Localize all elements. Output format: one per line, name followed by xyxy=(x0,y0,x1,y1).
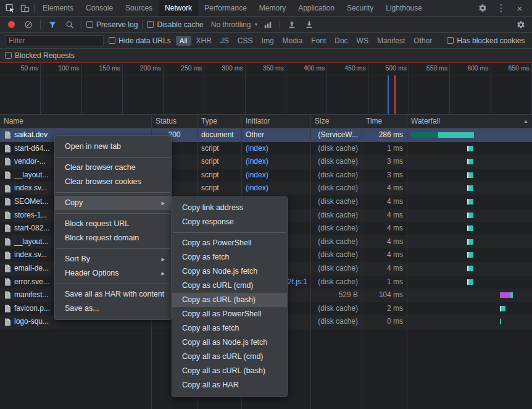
filter-type-ws[interactable]: WS xyxy=(357,36,368,45)
menu-item-label: Copy all as cURL (bash) xyxy=(182,364,265,378)
initiator-link[interactable]: (index) xyxy=(246,144,268,153)
menu-item-label: Copy response xyxy=(182,215,234,229)
inspect-element-icon[interactable] xyxy=(2,1,17,15)
file-icon xyxy=(4,224,11,232)
submenu-item-copy-all-as-node-js-fetch[interactable]: Copy all as Node.js fetch xyxy=(172,335,287,350)
column-header-name[interactable]: Name xyxy=(0,115,152,128)
filter-input[interactable] xyxy=(5,35,104,46)
checkbox-box[interactable] xyxy=(109,37,115,44)
submenu-arrow-icon: ▸ xyxy=(161,252,165,266)
filter-type-media[interactable]: Media xyxy=(283,36,303,45)
menu-item-clear-browser-cookies[interactable]: Clear browser cookies xyxy=(55,175,171,189)
close-devtools-icon[interactable]: × xyxy=(512,1,527,15)
submenu-item-copy-as-fetch[interactable]: Copy as fetch xyxy=(172,250,287,264)
record-network-log-button[interactable] xyxy=(4,17,19,32)
hide-data-urls-checkbox[interactable]: Hide data URLs xyxy=(109,36,171,45)
menu-item-open-in-new-tab[interactable]: Open in new tab xyxy=(55,140,171,154)
menu-item-sort-by[interactable]: Sort By▸ xyxy=(55,252,171,266)
file-icon xyxy=(4,131,11,139)
initiator-link[interactable]: (index) xyxy=(246,157,268,166)
has-blocked-cookies-checkbox[interactable]: Has blocked cookies xyxy=(447,36,525,45)
filter-type-js[interactable]: JS xyxy=(220,36,229,45)
waterfall-bar-segment xyxy=(510,292,513,298)
filter-type-all[interactable]: All xyxy=(176,36,191,46)
divider xyxy=(280,20,280,29)
tab-lighthouse[interactable]: Lighthouse xyxy=(380,0,428,16)
checkbox-box[interactable] xyxy=(147,21,154,28)
network-settings-gear-icon[interactable] xyxy=(513,17,528,32)
filter-type-font[interactable]: Font xyxy=(311,36,326,45)
filter-type-doc[interactable]: Doc xyxy=(335,36,347,45)
filter-toggle-icon[interactable] xyxy=(45,17,60,32)
preserve-log-checkbox[interactable]: Preserve log xyxy=(86,20,138,29)
submenu-arrow-icon: ▸ xyxy=(161,266,165,280)
request-initiator-cell[interactable]: (index) xyxy=(242,142,311,156)
blocked-requests-checkbox[interactable]: Blocked Requests xyxy=(5,51,75,60)
checkbox-box[interactable] xyxy=(5,52,12,59)
initiator-text: Other xyxy=(246,130,264,139)
submenu-item-copy-as-curl-cmd[interactable]: Copy as cURL (cmd) xyxy=(172,279,287,293)
empty-column-cell xyxy=(311,329,362,409)
import-har-icon[interactable] xyxy=(285,17,299,32)
submenu-item-copy-response[interactable]: Copy response xyxy=(172,215,287,229)
tab-security[interactable]: Security xyxy=(341,0,380,16)
network-conditions-icon[interactable] xyxy=(260,17,275,32)
export-har-icon[interactable] xyxy=(302,17,317,32)
submenu-item-copy-all-as-fetch[interactable]: Copy all as fetch xyxy=(172,321,287,335)
waterfall-bar xyxy=(467,146,473,151)
device-toolbar-icon[interactable] xyxy=(17,1,32,15)
more-options-icon[interactable]: ⋮ xyxy=(494,1,509,15)
submenu-item-copy-link-address[interactable]: Copy link address xyxy=(172,201,287,215)
menu-item-save-as[interactable]: Save as... xyxy=(55,301,171,316)
submenu-item-copy-as-powershell[interactable]: Copy as PowerShell xyxy=(172,236,287,250)
request-initiator-cell[interactable]: (index) xyxy=(242,182,311,195)
filter-type-img[interactable]: Img xyxy=(262,36,274,45)
filter-type-other[interactable]: Other xyxy=(414,36,432,45)
menu-item-clear-browser-cache[interactable]: Clear browser cache xyxy=(55,161,171,175)
tab-console[interactable]: Console xyxy=(80,0,119,16)
initiator-link[interactable]: (index) xyxy=(246,171,268,179)
menu-item-save-all-as-har-with-content[interactable]: Save all as HAR with content xyxy=(55,287,171,301)
column-header-status[interactable]: Status xyxy=(152,115,197,128)
filter-type-xhr[interactable]: XHR xyxy=(196,36,212,45)
submenu-item-copy-all-as-powershell[interactable]: Copy all as PowerShell xyxy=(172,307,287,321)
column-header-waterfall[interactable]: Waterfall▲ xyxy=(407,115,532,128)
column-header-time[interactable]: Time xyxy=(362,115,407,128)
column-header-initiator[interactable]: Initiator xyxy=(242,115,311,128)
filter-type-manifest[interactable]: Manifest xyxy=(377,36,405,45)
menu-item-label: Copy xyxy=(65,196,83,210)
tab-network[interactable]: Network xyxy=(159,0,198,16)
submenu-item-copy-all-as-curl-cmd[interactable]: Copy all as cURL (cmd) xyxy=(172,350,287,364)
menu-item-block-request-url[interactable]: Block request URL xyxy=(55,217,171,231)
column-header-type[interactable]: Type xyxy=(197,115,242,128)
throttling-dropdown[interactable]: No throttling ▼ xyxy=(211,20,259,29)
timeline-label: 550 ms xyxy=(426,64,447,72)
request-initiator-cell[interactable]: (index) xyxy=(242,155,311,169)
tab-elements[interactable]: Elements xyxy=(36,0,80,16)
submenu-item-copy-as-node-js-fetch[interactable]: Copy as Node.js fetch xyxy=(172,264,287,279)
checkbox-box[interactable] xyxy=(86,21,93,28)
menu-item-header-options[interactable]: Header Options▸ xyxy=(55,266,171,280)
request-initiator-cell[interactable]: (index) xyxy=(242,169,311,182)
column-header-label: Time xyxy=(366,115,382,128)
tab-application[interactable]: Application xyxy=(292,0,341,16)
tab-memory[interactable]: Memory xyxy=(253,0,292,16)
disable-cache-checkbox[interactable]: Disable cache xyxy=(147,20,203,29)
settings-gear-icon[interactable] xyxy=(475,1,490,15)
clear-network-log-button[interactable] xyxy=(21,17,36,32)
checkbox-box[interactable] xyxy=(447,37,454,44)
column-header-size[interactable]: Size xyxy=(311,115,362,128)
submenu-item-copy-as-curl-bash[interactable]: Copy as cURL (bash) xyxy=(172,293,287,307)
file-icon xyxy=(4,211,11,219)
menu-item-block-request-domain[interactable]: Block request domain xyxy=(55,231,171,245)
submenu-item-copy-all-as-har[interactable]: Copy all as HAR xyxy=(172,378,287,392)
filter-type-css[interactable]: CSS xyxy=(238,36,253,45)
submenu-item-copy-all-as-curl-bash[interactable]: Copy all as cURL (bash) xyxy=(172,364,287,378)
menu-item-copy[interactable]: Copy▸ xyxy=(55,196,171,210)
tab-performance[interactable]: Performance xyxy=(198,0,253,16)
initiator-link[interactable]: (index) xyxy=(246,183,268,192)
network-overview-timeline[interactable]: 50 ms100 ms150 ms200 ms250 ms300 ms350 m… xyxy=(0,62,532,115)
search-icon[interactable] xyxy=(62,17,77,32)
request-waterfall-cell xyxy=(407,142,532,156)
tab-sources[interactable]: Sources xyxy=(119,0,159,16)
